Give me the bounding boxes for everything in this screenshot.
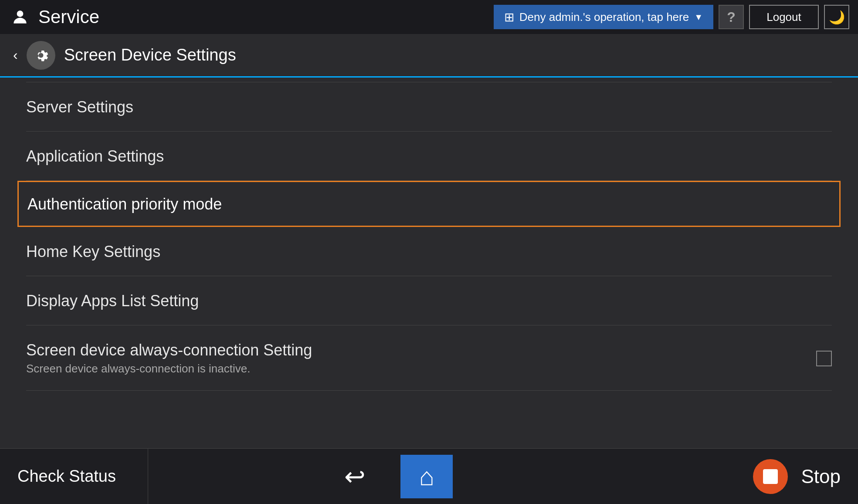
user-svg bbox=[10, 7, 30, 27]
menu-item-screen-device-always-connection[interactable]: Screen device always-connection Setting … bbox=[26, 325, 832, 391]
svg-point-0 bbox=[17, 10, 24, 17]
help-label: ? bbox=[727, 9, 736, 25]
back-chevron-icon[interactable]: ‹ bbox=[13, 47, 18, 63]
top-bar-left: Service bbox=[9, 6, 487, 28]
authentication-priority-label: Authentication priority mode bbox=[27, 195, 222, 213]
display-apps-list-label: Display Apps List Setting bbox=[26, 292, 199, 310]
server-settings-label: Server Settings bbox=[26, 98, 133, 116]
logout-label: Logout bbox=[766, 10, 801, 24]
menu-item-home-key-settings[interactable]: Home Key Settings bbox=[26, 227, 832, 276]
screen-device-always-connection-label: Screen device always-connection Setting bbox=[26, 341, 312, 359]
home-key-settings-label: Home Key Settings bbox=[26, 243, 160, 261]
top-bar: Service ⊞ Deny admin.'s operation, tap h… bbox=[0, 0, 858, 34]
moon-button[interactable]: 🌙 bbox=[824, 5, 849, 29]
deny-btn-arrow-icon: ▼ bbox=[694, 12, 703, 22]
check-status-section[interactable]: Check Status bbox=[0, 449, 148, 504]
stop-label: Stop bbox=[801, 466, 841, 487]
user-icon bbox=[9, 6, 31, 28]
check-status-label: Check Status bbox=[17, 467, 116, 486]
application-settings-label: Application Settings bbox=[26, 147, 164, 166]
back-button[interactable]: ↩ bbox=[344, 462, 366, 491]
service-title: Service bbox=[38, 7, 99, 27]
deny-admin-button[interactable]: ⊞ Deny admin.'s operation, tap here ▼ bbox=[494, 5, 713, 29]
home-button[interactable]: ⌂ bbox=[400, 455, 453, 498]
bottom-center-controls: ↩ ⌂ bbox=[148, 449, 649, 504]
logout-button[interactable]: Logout bbox=[749, 5, 819, 29]
menu-item-authentication-priority[interactable]: Authentication priority mode bbox=[17, 181, 841, 227]
settings-bar-title: Screen Device Settings bbox=[64, 46, 236, 64]
bottom-right-controls: Stop bbox=[649, 449, 858, 504]
top-bar-center: ⊞ Deny admin.'s operation, tap here ▼ ? … bbox=[494, 5, 849, 29]
help-button[interactable]: ? bbox=[719, 5, 744, 29]
deny-btn-label: Deny admin.'s operation, tap here bbox=[519, 10, 689, 24]
menu-item-display-apps-list[interactable]: Display Apps List Setting bbox=[26, 276, 832, 325]
home-icon: ⌂ bbox=[419, 462, 434, 491]
gear-icon bbox=[31, 46, 51, 65]
menu-item-application-settings[interactable]: Application Settings bbox=[26, 132, 832, 181]
back-arrow-icon: ↩ bbox=[344, 462, 366, 491]
main-content: Server Settings Application Settings Aut… bbox=[0, 78, 858, 448]
stop-icon bbox=[763, 469, 778, 484]
menu-item-server-settings[interactable]: Server Settings bbox=[26, 82, 832, 132]
settings-bar: ‹ Screen Device Settings bbox=[0, 34, 858, 78]
gear-icon-wrap bbox=[27, 41, 55, 70]
moon-icon: 🌙 bbox=[829, 10, 845, 25]
screen-device-icon: ⊞ bbox=[504, 10, 514, 24]
stop-icon-button[interactable] bbox=[753, 459, 788, 494]
screen-device-always-connection-sublabel: Screen device always-connection is inact… bbox=[26, 362, 312, 375]
bottom-bar: Check Status ↩ ⌂ Stop bbox=[0, 448, 858, 504]
screen-device-always-connection-checkbox[interactable] bbox=[816, 351, 832, 366]
